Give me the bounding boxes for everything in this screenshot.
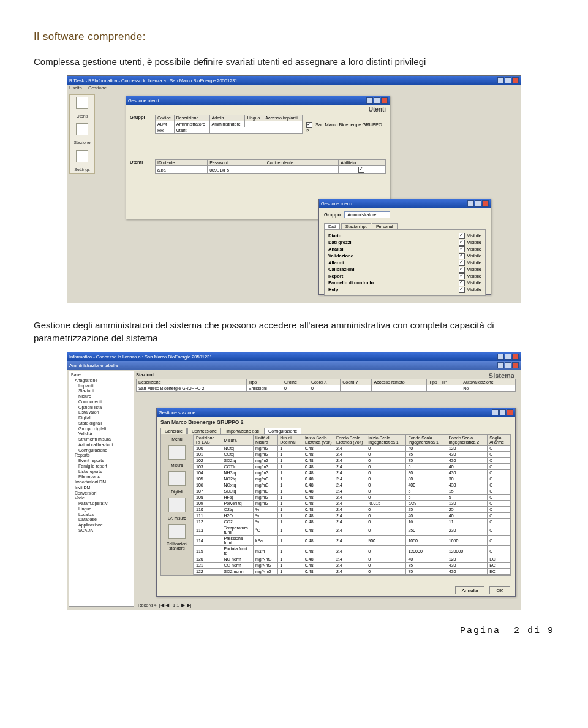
table-row[interactable]: 122SO2 normmg/Nm310.482.4075430EC — [194, 569, 511, 575]
grmisure-icon[interactable] — [168, 498, 186, 512]
table-row[interactable]: ADM Amministratore Amministratore — [156, 121, 303, 127]
table-row[interactable]: 114Pressione fumikPa10.482.490010501050C — [194, 536, 511, 546]
checkbox[interactable] — [459, 280, 465, 286]
tree-item[interactable]: File reports — [71, 474, 132, 480]
tree-item[interactable]: Componenti — [71, 400, 132, 405]
tree-item[interactable]: Azioni calibrazioni — [71, 442, 132, 448]
close-icon[interactable] — [512, 354, 519, 360]
minimize-icon[interactable] — [497, 77, 504, 83]
tree-item[interactable]: Stazioni — [71, 389, 132, 394]
tree-item[interactable]: Localizz — [71, 512, 132, 518]
tab[interactable]: Configurazione — [264, 428, 301, 434]
table-row[interactable]: 121CO normmg/Nm310.482.4075430EC — [194, 563, 511, 569]
checkbox[interactable] — [459, 267, 465, 273]
tree-item[interactable]: Importazioni DM — [71, 480, 132, 485]
table-row[interactable]: 113Temperatura fumi°C10.482.40250230C — [194, 525, 511, 536]
table-row[interactable]: 103COTtqmg/m310.482.40540C — [194, 464, 511, 470]
table-row[interactable]: 112CO2%10.482.401611C — [194, 519, 511, 525]
maximize-icon[interactable] — [475, 200, 481, 207]
settings-icon[interactable] — [76, 150, 88, 162]
table-row[interactable]: 105NO2tqmg/m310.482.408030C — [194, 476, 511, 482]
tab[interactable]: Stazioni.rpt — [341, 223, 371, 229]
close-icon[interactable] — [512, 77, 519, 83]
tree-item[interactable]: Lingue — [71, 507, 132, 512]
ok-button[interactable]: OK — [489, 586, 510, 594]
close-icon[interactable] — [507, 409, 513, 415]
tree-item[interactable]: SCADA — [71, 528, 132, 534]
users-icon[interactable] — [76, 97, 88, 109]
maximize-icon[interactable] — [499, 409, 506, 415]
tree-item[interactable]: Event reports — [71, 458, 132, 464]
gruppo-select[interactable]: Amministratore — [344, 211, 390, 218]
tree-item[interactable]: Strumenti misura — [71, 437, 132, 442]
minimize-icon[interactable] — [366, 97, 373, 104]
table-row[interactable]: 110O2tq%10.482.402525C — [194, 507, 511, 513]
tree-item[interactable]: Famiglie report — [71, 464, 132, 469]
tree-item[interactable]: Digitali — [71, 415, 132, 421]
table-row[interactable]: 104NH3tqmg/m310.482.4030430C — [194, 470, 511, 476]
tree-item[interactable]: Reports — [71, 453, 132, 458]
table-row[interactable]: 120NO normmg/Nm310.482.4040120EC — [194, 556, 511, 563]
menu-item[interactable]: Gestione — [88, 85, 107, 91]
maximize-icon[interactable] — [505, 354, 511, 360]
nav-tree[interactable]: BaseAnagraficheImpiantiStazioniMisureCom… — [69, 371, 134, 607]
tree-item[interactable]: Applicazione — [71, 523, 132, 528]
tree-item[interactable]: Database — [71, 517, 132, 523]
minimize-icon[interactable] — [497, 362, 504, 368]
checkbox[interactable] — [459, 260, 465, 266]
tree-item[interactable]: Opzioni lista — [71, 405, 132, 411]
cancel-button[interactable]: Annulla — [455, 586, 485, 594]
tab[interactable]: Generale — [160, 428, 187, 434]
table-row[interactable]: 107SO3tqmg/m310.482.40515C — [194, 488, 511, 495]
table-row[interactable]: San Marco Bioenergie GRUPPO 2 Emissioni … — [137, 385, 516, 392]
calib-icon[interactable] — [168, 524, 186, 539]
checkbox[interactable] — [358, 167, 364, 173]
table-row[interactable]: 111H2O%10.482.404040C — [194, 513, 511, 519]
maximize-icon[interactable] — [374, 97, 380, 104]
maximize-icon[interactable] — [505, 362, 511, 368]
checkbox[interactable] — [459, 287, 465, 293]
tab[interactable]: Connessione — [187, 428, 221, 434]
checkbox[interactable] — [459, 246, 465, 252]
table-row[interactable]: RR Utenti — [156, 127, 303, 134]
tree-item[interactable]: Varie — [71, 496, 132, 501]
tree-item[interactable]: Param.operativi — [71, 501, 132, 507]
station-icon[interactable] — [76, 123, 88, 135]
tree-item[interactable]: Invii DM — [71, 485, 132, 491]
table-row[interactable]: 123COT normmg/Nm310.482.40540EC — [194, 575, 511, 576]
minimize-icon[interactable] — [467, 200, 474, 207]
minimize-icon[interactable] — [497, 354, 504, 360]
tree-item[interactable]: Misure — [71, 394, 132, 400]
tree-item[interactable]: Impianti — [71, 384, 132, 389]
tree-item[interactable]: Lista valori — [71, 410, 132, 415]
tab[interactable]: Personal — [372, 223, 398, 229]
table-row[interactable]: a.ba 089B1xF5 — [156, 166, 386, 174]
table-row[interactable]: 101COtqmg/m310.482.4075430C — [194, 452, 511, 458]
close-icon[interactable] — [381, 97, 388, 104]
digitali-icon[interactable] — [168, 471, 186, 486]
checkbox[interactable] — [306, 122, 312, 128]
table-row[interactable]: 109Polveri tqmg/m310.482.4-0.0155/29130C — [194, 501, 511, 507]
maximize-icon[interactable] — [505, 77, 511, 83]
menu-item[interactable]: Uscita — [69, 85, 82, 91]
tree-item[interactable]: Lista reports — [71, 469, 132, 475]
misure-icon[interactable] — [168, 445, 186, 460]
tree-item[interactable]: Gruppo digitali — [71, 427, 132, 432]
checkbox[interactable] — [459, 273, 465, 279]
tree-item[interactable]: Base — [71, 373, 132, 378]
tree-item[interactable]: Conversioni — [71, 491, 132, 496]
checkbox[interactable] — [459, 253, 465, 259]
tree-item[interactable]: Configurazione — [71, 448, 132, 453]
close-icon[interactable] — [482, 200, 489, 207]
checkbox[interactable] — [459, 233, 465, 239]
table-row[interactable]: 106NOxtqmg/m310.482.40400430C — [194, 482, 511, 488]
minimize-icon[interactable] — [492, 409, 499, 415]
table-row[interactable]: 100NOtqmg/m310.482.4040120C — [194, 446, 511, 452]
tab[interactable]: Importazione dati — [222, 428, 263, 434]
tree-item[interactable]: Validità — [71, 431, 132, 437]
tab[interactable]: Dati — [324, 223, 340, 229]
table-row[interactable]: 102SO2tqmg/m310.482.4075430C — [194, 458, 511, 464]
table-row[interactable]: 115Portata fumi tqm3/h10.482.40120000120… — [194, 546, 511, 556]
record-nav[interactable]: Record 4 |◀ ◀ 1 1 ▶ ▶| — [138, 602, 192, 608]
tree-item[interactable]: Stato digitali — [71, 421, 132, 427]
